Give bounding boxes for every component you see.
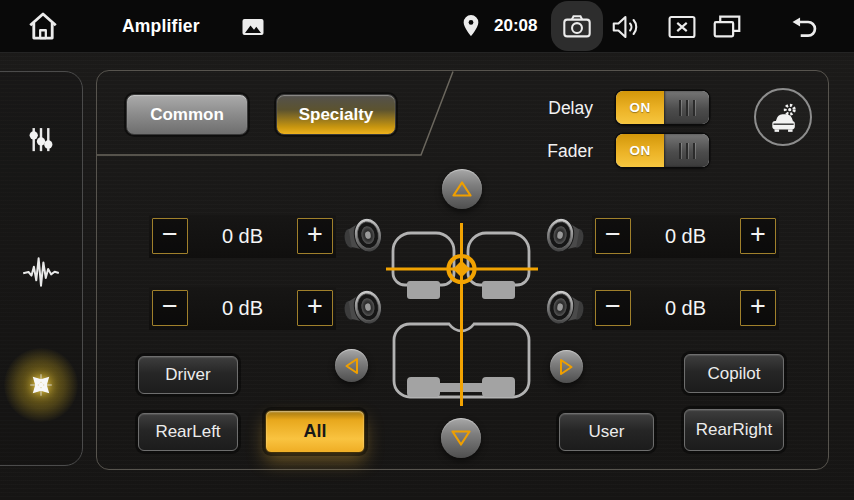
fader-toggle-on-label: ON [616,134,664,167]
gain-bar-rear-left: − 0 dB + [149,287,336,330]
back-button[interactable] [782,12,828,42]
gain-bar-rear-right: − 0 dB + [592,287,779,330]
gain-rear-right: − 0 dB + [543,285,779,331]
home-button[interactable] [22,8,64,44]
home-icon [26,9,60,43]
sidebar-item-equalizer[interactable] [12,110,70,168]
gain-increase-front-left[interactable]: + [297,218,333,254]
speaker-front-right-icon [543,213,587,259]
recent-apps-button[interactable] [708,13,746,40]
fader-balance-speakers-icon [23,367,59,403]
photo-icon [241,16,265,38]
zone-rearleft-button[interactable]: RearLeft [138,413,238,451]
gain-bar-front-left: − 0 dB + [149,215,336,258]
location-pin-icon [459,13,483,40]
gain-value-front-right: 0 dB [631,225,740,248]
speaker-front-left-icon [341,213,385,259]
fader-down-button[interactable] [441,418,481,458]
delay-toggle-on-label: ON [616,91,664,124]
recent-apps-icon [711,13,743,40]
gain-value-front-left: 0 dB [188,225,297,248]
gain-increase-rear-right[interactable]: + [740,290,776,326]
gain-front-left: − 0 dB + [149,213,385,259]
close-window-icon [666,14,698,40]
balance-left-button[interactable] [335,349,368,382]
balance-right-button[interactable] [550,350,583,383]
page-title: Amplifier [122,0,200,52]
car-settings-icon [765,99,801,135]
amplifier-screen: Amplifier 20:08 [0,0,854,500]
delay-label: Delay [513,98,593,119]
speaker-rear-right-icon [543,285,587,331]
fader-up-button[interactable] [442,169,482,209]
gain-decrease-rear-left[interactable]: − [152,290,188,326]
tab-specialty[interactable]: Specialty [276,94,396,135]
zone-driver-button[interactable]: Driver [138,356,238,394]
gain-value-rear-left: 0 dB [188,297,297,320]
clock: 20:08 [494,0,537,52]
volume-button[interactable] [606,12,646,42]
tab-common[interactable]: Common [126,94,248,135]
arrow-left-icon [344,357,359,375]
gain-value-rear-right: 0 dB [631,297,740,320]
zone-copilot-button[interactable]: Copilot [684,354,784,393]
fader-label: Fader [513,141,593,162]
zone-user-button[interactable]: User [559,413,654,451]
gain-decrease-front-right[interactable]: − [595,218,631,254]
waveform-icon [22,255,60,289]
screenshot-button[interactable] [551,1,603,51]
arrow-up-icon [451,180,473,198]
arrow-right-icon [559,358,574,376]
gain-front-right: − 0 dB + [543,213,779,259]
delay-toggle-knob [664,91,709,124]
fader-toggle[interactable]: ON [616,134,709,167]
gain-bar-front-right: − 0 dB + [592,215,779,258]
gain-rear-left: − 0 dB + [149,285,385,331]
delay-toggle[interactable]: ON [616,91,709,124]
volume-icon [610,13,642,41]
arrow-down-icon [450,429,472,447]
close-window-button[interactable] [664,14,700,40]
camera-icon [562,13,592,39]
gain-increase-rear-left[interactable]: + [297,290,333,326]
sidebar [0,71,83,466]
gain-increase-front-right[interactable]: + [740,218,776,254]
zone-all-button[interactable]: All [265,410,365,453]
sidebar-item-sound-effect[interactable] [12,243,70,301]
back-icon [785,14,825,41]
speaker-rear-left-icon [341,285,385,331]
gain-decrease-rear-right[interactable]: − [595,290,631,326]
equalizer-sliders-icon [24,122,58,156]
fader-panel: Common Specialty Delay ON Fader ON [96,70,829,470]
zone-rearright-button[interactable]: RearRight [684,409,784,451]
status-bar: Amplifier 20:08 [0,0,854,53]
balance-crosshair [386,223,538,406]
sidebar-item-fader-balance[interactable] [12,356,70,414]
gain-decrease-front-left[interactable]: − [152,218,188,254]
fader-toggle-knob [664,134,709,167]
car-sound-settings-button[interactable] [754,88,812,146]
